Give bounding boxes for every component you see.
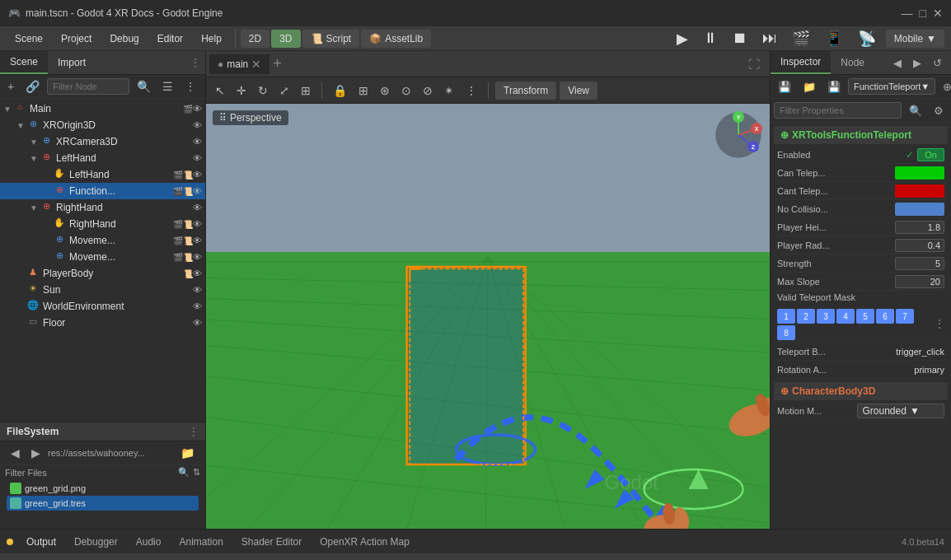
fs-forward-button[interactable]: ▶ (27, 445, 45, 461)
viewport-3d[interactable]: Godot Godot ⠿ Perspective (206, 104, 770, 529)
visibility-icon[interactable]: 👁 (193, 301, 202, 311)
fs-item-tres[interactable]: green_grid.tres (7, 496, 199, 511)
menu-debug[interactable]: Debug (101, 30, 147, 48)
step-button[interactable]: ⏭ (757, 28, 782, 49)
checkbox-enabled[interactable]: ✓ On (906, 148, 944, 161)
rotate-tool[interactable]: ↻ (254, 82, 272, 99)
add-node-button[interactable]: + (3, 78, 18, 95)
visibility-icon[interactable]: 👁 (193, 236, 202, 245)
tree-item-lefthand-parent[interactable]: ▼ ⊕ LeftHand 👁 (0, 150, 205, 166)
inspector-folder-icon[interactable]: 📁 (799, 79, 820, 95)
filter-settings-icon[interactable]: ⚙ (930, 103, 948, 119)
close-button[interactable]: ✕ (933, 7, 943, 20)
deploy-button[interactable]: 📱 (820, 28, 848, 49)
local-space-tool[interactable]: ⊙ (397, 82, 415, 99)
visibility-icon[interactable]: 👁 (193, 186, 202, 196)
particle-tool[interactable]: ✴ (440, 82, 458, 99)
tab-audio[interactable]: Audio (128, 533, 170, 551)
fullscreen-icon[interactable]: ⛶ (748, 58, 760, 71)
3d-button[interactable]: 3D (271, 30, 300, 48)
color-swatch-blue[interactable] (895, 203, 944, 216)
snap-tool[interactable]: 🔒 (329, 82, 351, 99)
mask-cell-4[interactable]: 4 (836, 309, 855, 324)
tree-item-movement2[interactable]: ⊕ Moveme... 🎬 📜 👁 (0, 249, 205, 265)
strength-input[interactable] (895, 257, 944, 270)
tree-item-xrorigin[interactable]: ▼ ⊕ XROrigin3D 👁 (0, 117, 205, 133)
visibility-icon[interactable]: 👁 (193, 285, 202, 295)
move-tool[interactable]: ✛ (232, 82, 251, 99)
tab-inspector[interactable]: Inspector (771, 51, 831, 74)
mask-more-icon[interactable]: ⋮ (935, 318, 944, 329)
tree-item-worldenv[interactable]: 🌐 WorldEnvironment 👁 (0, 298, 205, 315)
visibility-icon[interactable]: 👁 (193, 219, 202, 229)
filter-node-input[interactable] (47, 78, 129, 95)
menu-project[interactable]: Project (53, 30, 100, 48)
link-node-button[interactable]: 🔗 (21, 78, 44, 95)
inspector-save-icon[interactable]: 💾 (774, 79, 795, 95)
filter-search-icon-2[interactable]: 🔍 (905, 103, 926, 119)
tree-item-lefthand[interactable]: ✋ LeftHand 🎬 📜 👁 (0, 166, 205, 183)
menu-editor[interactable]: Editor (149, 30, 191, 48)
player-height-input[interactable] (895, 221, 944, 234)
mobile-dropdown[interactable]: Mobile ▼ (886, 30, 944, 48)
stop-button[interactable]: ⏹ (728, 28, 752, 49)
fs-item-png[interactable]: green_grid.png (7, 481, 199, 496)
viewport-add-tab[interactable]: + (273, 55, 282, 72)
tree-item-sun[interactable]: ☀ Sun 👁 (0, 282, 205, 298)
tab-output[interactable]: Output (18, 533, 64, 551)
inspector-next-button[interactable]: ▶ (909, 55, 925, 71)
physics-tool[interactable]: ⊛ (376, 82, 394, 99)
fs-back-button[interactable]: ◀ (7, 445, 24, 461)
tree-item-playerbody[interactable]: ♟ PlayerBody 📜 👁 (0, 265, 205, 282)
tab-openxr[interactable]: OpenXR Action Map (312, 533, 418, 551)
2d-button[interactable]: 2D (241, 30, 269, 48)
menu-help[interactable]: Help (193, 30, 230, 48)
transform-button[interactable]: Transform (495, 82, 556, 100)
mask-cell-8[interactable]: 8 (777, 325, 795, 340)
view-gizmo[interactable]: Y X Z (714, 110, 763, 160)
tree-item-righthand[interactable]: ✋ RightHand 🎬 📜 👁 (0, 216, 205, 232)
fs-folder-icon[interactable]: 📁 (176, 445, 199, 461)
scene-filter-options[interactable]: ☰ (158, 78, 177, 95)
mask-cell-5[interactable]: 5 (856, 309, 874, 324)
filter-props-input[interactable] (774, 102, 902, 119)
color-swatch-green[interactable] (895, 166, 944, 180)
tree-item-righthand-parent[interactable]: ▼ ⊕ RightHand 👁 (0, 199, 205, 216)
mask-cell-7[interactable]: 7 (896, 309, 914, 324)
script-button[interactable]: 📜 Script (302, 30, 360, 48)
remote-button[interactable]: 📡 (853, 28, 881, 49)
tree-item-function[interactable]: ⊕ Function... 🎬 📜 👁 (0, 183, 205, 199)
visibility-icon[interactable]: 👁 (193, 120, 202, 130)
visibility-icon[interactable]: 👁 (193, 104, 202, 114)
maximize-button[interactable]: □ (920, 7, 926, 20)
viewport-screen-btn[interactable]: ⛶ (748, 58, 766, 71)
fs-menu-icon[interactable]: ⋮ (189, 426, 199, 437)
tab-animation[interactable]: Animation (171, 533, 231, 551)
mask-cell-6[interactable]: 6 (876, 309, 894, 324)
grid-tool[interactable]: ⊞ (354, 82, 372, 99)
mask-cell-1[interactable]: 1 (777, 309, 795, 324)
tab-scene[interactable]: Scene (0, 51, 48, 74)
scale-tool[interactable]: ⤢ (275, 82, 293, 99)
tab-node[interactable]: Node (831, 52, 874, 73)
viewport-tab-main[interactable]: ● main ✕ (209, 54, 269, 74)
visibility-icon[interactable]: 👁 (193, 170, 202, 180)
scene-more-options[interactable]: ⋮ (180, 78, 200, 95)
view-button[interactable]: View (560, 82, 597, 100)
tree-item-floor[interactable]: ▭ Floor 👁 (0, 315, 205, 331)
select-tool[interactable]: ↖ (211, 82, 229, 99)
fs-filter-search[interactable]: 🔍 (178, 467, 190, 478)
visibility-icon[interactable]: 👁 (193, 153, 202, 163)
mask-cell-2[interactable]: 2 (797, 309, 815, 324)
visibility-icon[interactable]: 👁 (193, 268, 202, 278)
more-tools[interactable]: ⋮ (461, 82, 481, 99)
tree-item-main[interactable]: ▼ ○ Main 🎬 👁 (0, 100, 205, 117)
scene-menu-icon[interactable]: ⋮ (185, 57, 205, 68)
enabled-toggle[interactable]: On (917, 148, 944, 161)
universal-tool[interactable]: ⊞ (297, 82, 315, 99)
player-radius-input[interactable] (895, 239, 944, 252)
mask-cell-3[interactable]: 3 (817, 309, 835, 324)
node-dropdown[interactable]: FunctionTeleport ▼ (848, 78, 935, 95)
visibility-icon[interactable]: 👁 (193, 203, 202, 212)
tree-item-xrcamera[interactable]: ▼ ⊕ XRCamera3D 👁 (0, 133, 205, 150)
